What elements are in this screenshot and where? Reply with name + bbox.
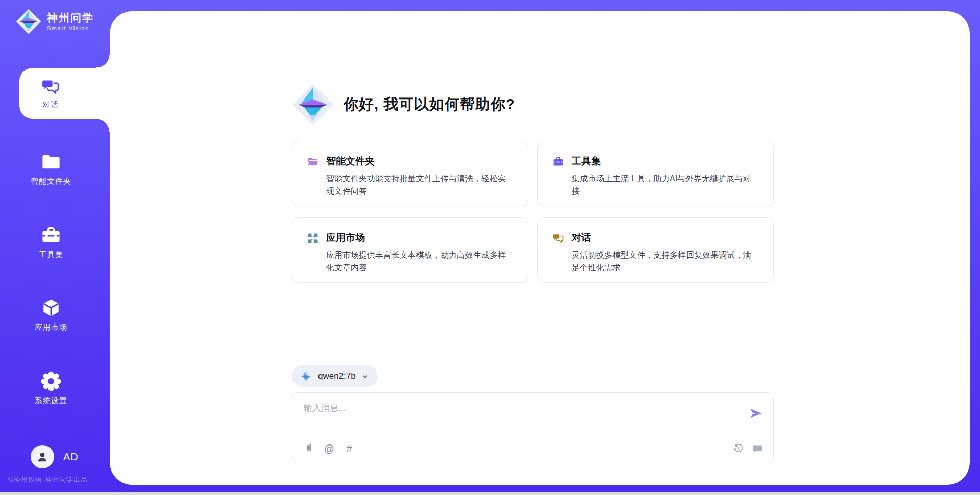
brand-name: 神州问学 xyxy=(47,12,94,24)
grid-blocks-icon xyxy=(307,232,319,244)
at-icon: @ xyxy=(324,443,334,454)
card-description: 应用市场提供丰富长文本模板，助力高效生成多样化文章内容 xyxy=(326,249,513,275)
horizontal-scrollbar[interactable] xyxy=(0,492,980,495)
sidebar-item-toolset[interactable]: 工具集 xyxy=(0,225,102,260)
sidebar-item-app-market[interactable]: 应用市场 xyxy=(0,297,102,332)
sidebar-item-smart-folder[interactable]: 智能文件夹 xyxy=(0,151,102,186)
composer-divider xyxy=(302,436,764,436)
person-icon xyxy=(35,450,50,464)
hash-icon: # xyxy=(346,443,352,454)
card-title: 智能文件夹 xyxy=(326,155,513,168)
toolbox-icon xyxy=(40,225,62,246)
sidebar-item-label: 应用市场 xyxy=(35,323,67,332)
gem-logo-icon xyxy=(291,83,335,127)
history-button[interactable] xyxy=(733,443,744,454)
toolbox-icon xyxy=(552,156,565,168)
user-initials: AD xyxy=(63,451,79,463)
sidebar-item-chat[interactable]: 对话 xyxy=(19,68,110,119)
card-description: 集成市场上主流工具，助力AI与外界无缝扩展与对接 xyxy=(572,172,759,198)
model-name: qwen2:7b xyxy=(318,371,356,381)
send-button[interactable] xyxy=(749,406,763,420)
attach-file-button[interactable] xyxy=(304,443,315,454)
message-input[interactable] xyxy=(304,402,743,432)
card-app-market[interactable]: 应用市场 应用市场提供丰富长文本模板，助力高效生成多样化文章内容 xyxy=(292,217,528,283)
card-title: 工具集 xyxy=(572,155,759,168)
brand-logo: 神州问学 Smart Vision xyxy=(15,8,94,35)
gem-logo-icon xyxy=(15,8,42,35)
message-composer: @ # xyxy=(292,392,774,463)
sidebar-item-label: 对话 xyxy=(42,100,59,110)
folder-open-icon xyxy=(307,156,319,168)
mention-button[interactable]: @ xyxy=(324,443,335,454)
chat-bubble-icon xyxy=(752,443,763,454)
chevron-down-icon xyxy=(361,372,370,381)
copyright-text: ©神州数码·神州问学出品 xyxy=(8,475,88,484)
paperclip-icon xyxy=(304,443,315,454)
cube-icon xyxy=(40,297,62,318)
card-chat[interactable]: 对话 灵活切换多模型文件，支持多样回复效果调试，满足个性化需求 xyxy=(537,217,774,283)
sidebar-item-label: 系统设置 xyxy=(35,396,67,406)
model-selector[interactable]: qwen2:7b xyxy=(292,365,378,387)
app-root: 神州问学 Smart Vision 对话 智能文件夹 工具集 应用市场 xyxy=(0,0,980,495)
sidebar-item-settings[interactable]: 系统设置 xyxy=(0,370,102,406)
brand-subtitle: Smart Vision xyxy=(47,25,94,31)
sidebar-item-label: 工具集 xyxy=(39,250,63,260)
avatar xyxy=(31,445,54,468)
history-icon xyxy=(733,443,744,454)
chat-bubbles-icon xyxy=(41,77,60,96)
tab-fillet-bottom xyxy=(96,119,110,132)
topic-button[interactable]: # xyxy=(344,443,355,454)
sidebar-item-label: 智能文件夹 xyxy=(31,177,71,186)
chat-bubbles-icon xyxy=(552,232,565,244)
greeting: 你好, 我可以如何帮助你? xyxy=(291,83,516,126)
gear-icon xyxy=(40,370,62,392)
send-icon xyxy=(749,406,763,420)
card-description: 智能文件夹功能支持批量文件上传与清洗，轻松实现文件问答 xyxy=(326,172,513,198)
card-toolset[interactable]: 工具集 集成市场上主流工具，助力AI与外界无缝扩展与对接 xyxy=(537,141,774,206)
greeting-text: 你好, 我可以如何帮助你? xyxy=(344,94,516,115)
card-description: 灵活切换多模型文件，支持多样回复效果调试，满足个性化需求 xyxy=(572,249,759,275)
user-account[interactable]: AD xyxy=(31,445,79,468)
new-chat-button[interactable] xyxy=(752,443,763,454)
card-smart-folder[interactable]: 智能文件夹 智能文件夹功能支持批量文件上传与清洗，轻松实现文件问答 xyxy=(292,141,528,206)
card-title: 对话 xyxy=(572,231,759,244)
tab-fillet-top xyxy=(96,55,110,68)
gem-logo-icon xyxy=(299,369,313,383)
feature-cards: 智能文件夹 智能文件夹功能支持批量文件上传与清洗，轻松实现文件问答 工具集 集成… xyxy=(292,141,774,283)
folder-icon xyxy=(40,151,62,172)
card-title: 应用市场 xyxy=(326,231,513,244)
